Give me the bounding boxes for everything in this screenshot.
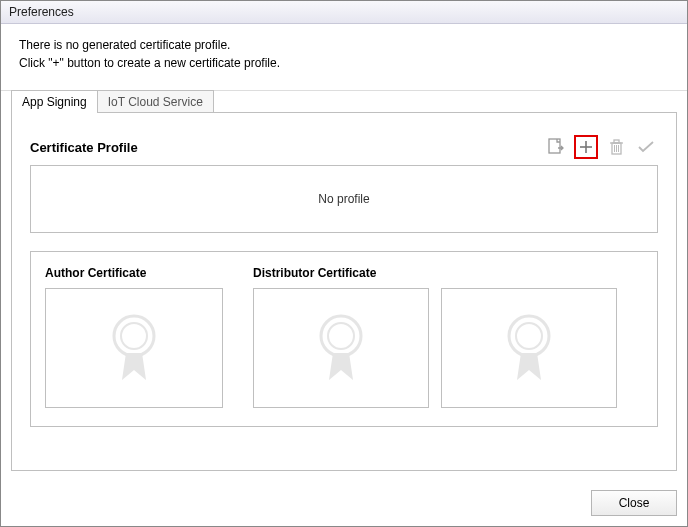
certificate-row: Author Certificate Distributor Certifica… — [45, 266, 643, 408]
footer: Close — [1, 480, 687, 526]
certificate-profile-heading: Certificate Profile — [30, 140, 138, 155]
notice-panel: There is no generated certificate profil… — [1, 24, 687, 91]
tab-row: App Signing IoT Cloud Service — [1, 90, 687, 113]
distributor-cert-heading: Distributor Certificate — [253, 266, 643, 280]
author-cert-column: Author Certificate — [45, 266, 235, 408]
author-cert-heading: Author Certificate — [45, 266, 235, 280]
svg-rect-5 — [614, 140, 619, 143]
close-button-label: Close — [619, 496, 650, 510]
svg-rect-0 — [549, 139, 560, 153]
tab-panel-app-signing: Certificate Profile — [11, 112, 677, 471]
check-icon — [637, 140, 655, 154]
preferences-window: Preferences There is no generated certif… — [0, 0, 688, 527]
distributor-cert-column: Distributor Certificate — [253, 266, 643, 408]
tab-iot-cloud-label: IoT Cloud Service — [108, 95, 203, 109]
import-profile-button[interactable] — [544, 135, 568, 159]
close-button[interactable]: Close — [591, 490, 677, 516]
confirm-profile-button[interactable] — [634, 135, 658, 159]
notice-line-2: Click "+" button to create a new certifi… — [19, 54, 671, 72]
certificate-seal-icon — [311, 308, 371, 388]
certificate-seal-icon — [499, 308, 559, 388]
window-title: Preferences — [9, 5, 74, 19]
tab-iot-cloud[interactable]: IoT Cloud Service — [97, 90, 214, 113]
profile-header: Certificate Profile — [30, 135, 658, 159]
svg-point-14 — [516, 323, 542, 349]
import-icon — [548, 138, 564, 156]
svg-point-12 — [328, 323, 354, 349]
profile-actions — [544, 135, 658, 159]
svg-point-10 — [121, 323, 147, 349]
tab-app-signing[interactable]: App Signing — [11, 90, 98, 113]
add-profile-button[interactable] — [574, 135, 598, 159]
delete-profile-button[interactable] — [604, 135, 628, 159]
titlebar: Preferences — [1, 1, 687, 24]
trash-icon — [609, 139, 624, 156]
profile-list-box: No profile — [30, 165, 658, 233]
profile-empty-text: No profile — [318, 192, 369, 206]
certificate-seal-icon — [104, 308, 164, 388]
notice-line-1: There is no generated certificate profil… — [19, 36, 671, 54]
author-cert-slot — [45, 288, 223, 408]
tab-app-signing-label: App Signing — [22, 95, 87, 109]
certificate-group: Author Certificate Distributor Certifica… — [30, 251, 658, 427]
distributor-cert-slot-2 — [441, 288, 617, 408]
plus-icon — [578, 139, 594, 155]
distributor-cert-slot-1 — [253, 288, 429, 408]
